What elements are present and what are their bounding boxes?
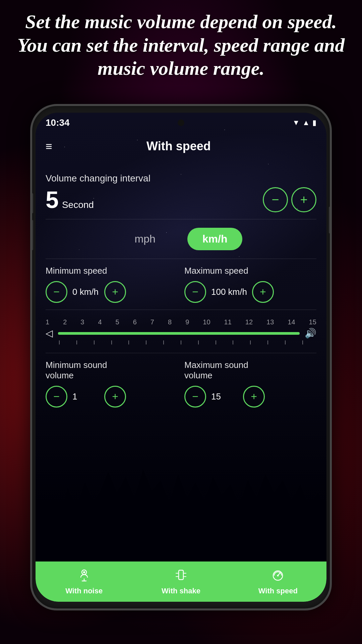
min-sound-minus-button[interactable]: − [46,386,67,408]
status-icons: ▼ ▲ ▮ [292,118,316,127]
nav-with-speed[interactable]: With speed [230,561,326,602]
min-sound-value: 1 [72,391,99,402]
phone-volume-down-button [31,220,33,250]
max-speed-col: Maximum speed − 100 km/h + [184,266,316,303]
with-noise-icon [77,568,91,585]
min-sound-stepper: − 1 + [46,386,178,408]
mph-option[interactable]: mph [120,228,171,250]
volume-slider-fill [58,332,300,335]
min-speed-stepper: − 0 km/h + [46,281,178,303]
volume-high-icon: 🔊 [305,328,316,339]
interval-section: Volume changing interval 5 Second − + [46,166,316,219]
max-sound-label: Maximum sound volume [184,360,316,381]
page-wrapper: Set the music volume depend on speed. Yo… [0,0,362,644]
hamburger-menu-icon[interactable]: ≡ [46,140,52,153]
max-sound-value: 15 [211,391,238,402]
min-speed-value: 0 km/h [72,287,99,297]
kmh-option[interactable]: km/h [187,228,243,250]
sound-volume-section: Minimum sound volume − 1 + Maximum [46,353,316,414]
max-sound-stepper: − 15 + [184,386,316,408]
sound-volume-columns: Minimum sound volume − 1 + Maximum [46,360,316,408]
min-sound-plus-button[interactable]: + [104,386,126,408]
status-time: 10:34 [46,117,70,128]
max-speed-plus-button[interactable]: + [252,281,274,303]
min-sound-label: Minimum sound volume [46,360,178,381]
signal-icon: ▲ [302,118,310,127]
slider-tick-labels: 1 2 3 4 5 6 7 8 9 10 11 12 13 14 [46,318,316,326]
phone-volume-up-button [31,193,33,213]
max-sound-plus-button[interactable]: + [243,386,265,408]
max-sound-minus-button[interactable]: − [184,386,206,408]
interval-label: Volume changing interval [46,173,316,184]
volume-slider-container: ◁ 🔊 [46,328,316,339]
min-speed-plus-button[interactable]: + [104,281,126,303]
camera-notch [178,119,184,126]
phone-frame: 10:34 ▼ ▲ ▮ ≡ With speed Volume changing… [30,104,332,610]
nav-with-shake[interactable]: With shake [132,561,229,602]
nav-with-noise[interactable]: With noise [36,561,132,602]
with-shake-icon [174,568,188,585]
svg-point-1 [83,571,85,573]
headline: Set the music volume depend on speed. Yo… [13,10,349,80]
wifi-icon: ▼ [292,118,300,127]
svg-point-11 [277,575,279,576]
top-bar: ≡ With speed [36,133,326,160]
svg-rect-4 [179,570,183,580]
volume-slider-section: 1 2 3 4 5 6 7 8 9 10 11 12 13 14 [46,310,316,353]
speed-unit-toggle-section: mph km/h [46,219,316,259]
max-speed-minus-button[interactable]: − [184,281,206,303]
max-speed-label: Maximum speed [184,266,316,276]
interval-unit: Second [62,200,94,210]
tick-marks [46,340,316,344]
page-title: With speed [52,139,305,153]
interval-plus-button[interactable]: + [291,187,316,212]
max-speed-stepper: − 100 km/h + [184,281,316,303]
speed-range-columns: Minimum speed − 0 km/h + Maximum speed − [46,266,316,303]
min-speed-minus-button[interactable]: − [46,281,67,303]
interval-minus-button[interactable]: − [263,187,288,212]
interval-value-display: 5 Second [46,188,94,212]
speed-range-section: Minimum speed − 0 km/h + Maximum speed − [46,259,316,310]
phone-screen: 10:34 ▼ ▲ ▮ ≡ With speed Volume changing… [36,113,326,602]
interval-row: 5 Second − + [46,187,316,212]
max-sound-col: Maximum sound volume − 15 + [184,360,316,408]
phone-power-button [329,207,331,233]
min-speed-label: Minimum speed [46,266,178,276]
interval-number: 5 [46,188,59,212]
interval-btn-group: − + [263,187,316,212]
with-speed-icon [271,568,285,585]
volume-slider-track[interactable] [58,332,300,335]
content-area: Volume changing interval 5 Second − + [36,160,326,561]
bottom-navigation: With noise With shake [36,561,326,602]
battery-icon: ▮ [312,118,316,127]
max-speed-value: 100 km/h [211,287,247,297]
with-shake-label: With shake [162,587,200,595]
with-noise-label: With noise [65,587,103,595]
volume-low-icon: ◁ [46,328,53,339]
min-sound-col: Minimum sound volume − 1 + [46,360,178,408]
min-speed-col: Minimum speed − 0 km/h + [46,266,178,303]
with-speed-label: With speed [258,587,298,595]
